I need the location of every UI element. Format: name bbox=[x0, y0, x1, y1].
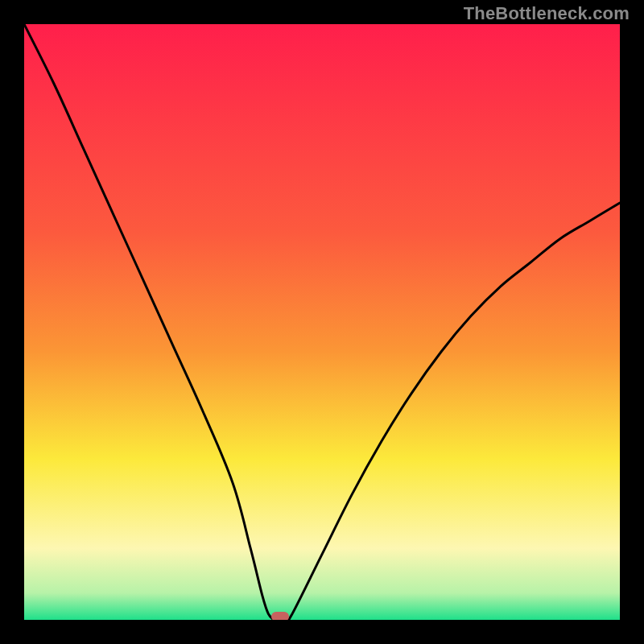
bottleneck-curve bbox=[24, 24, 620, 620]
chart-frame: TheBottleneck.com bbox=[0, 0, 644, 644]
watermark-text: TheBottleneck.com bbox=[464, 3, 630, 24]
optimal-point-marker bbox=[271, 612, 289, 620]
plot-area bbox=[24, 24, 620, 620]
